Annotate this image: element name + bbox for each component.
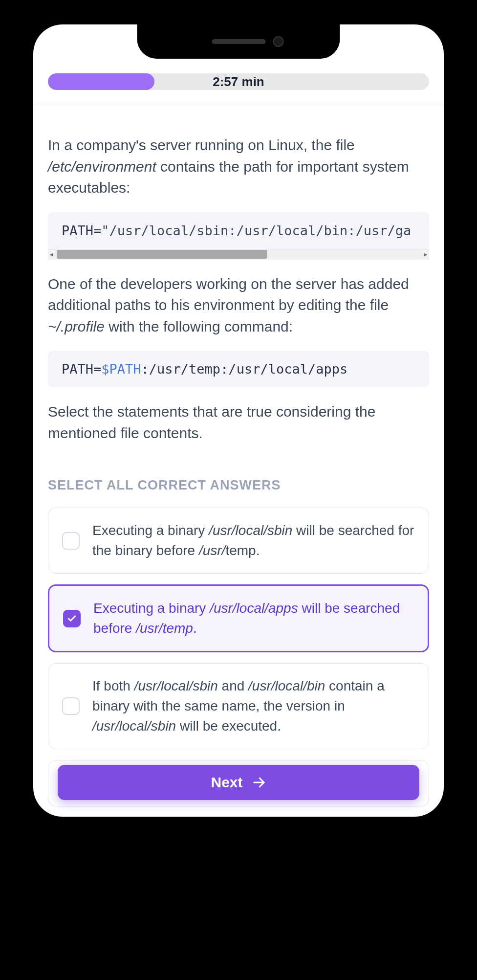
answers-instruction: Select all correct answers [48, 478, 429, 493]
code-text: PATH=$PATH:/usr/temp:/usr/local/apps [48, 351, 429, 387]
path-emphasis: /usr/local/sbin [134, 678, 218, 693]
text: One of the developers working on the ser… [48, 276, 409, 313]
scroll-right-icon[interactable]: ▸ [424, 251, 427, 258]
question-paragraph-2: One of the developers working on the ser… [48, 273, 429, 337]
code-token: :/usr/temp:/usr/local/apps [141, 361, 348, 377]
file-path: /etc/environment [48, 158, 156, 175]
question-body: In a company's server running on Linux, … [33, 105, 444, 817]
checkbox[interactable] [63, 610, 81, 627]
path-emphasis: /usr/local/bin [248, 678, 325, 693]
option-text: Executing a binary /usr/local/apps will … [93, 599, 414, 638]
code-string: "/usr/local/sbin:/usr/local/bin:/usr/ga [101, 223, 411, 238]
next-button-label: Next [211, 774, 242, 791]
path-emphasis: /usr/temp [136, 621, 193, 636]
progress-row: 2:57 min [33, 73, 444, 105]
horizontal-scrollbar[interactable]: ◂ ▸ [48, 249, 429, 260]
text: In a company's server running on Linux, … [48, 137, 355, 153]
code-token: PATH= [62, 361, 101, 377]
question-paragraph-1: In a company's server running on Linux, … [48, 134, 429, 199]
scroll-left-icon[interactable]: ◂ [50, 251, 53, 258]
phone-screen: 2:57 min In a company's server running o… [33, 24, 444, 817]
question-paragraph-3: Select the statements that are true cons… [48, 401, 429, 444]
file-path: ~/.profile [48, 318, 105, 334]
path-emphasis: /usr/local/sbin [209, 523, 292, 538]
path-emphasis: /usr/local/apps [210, 601, 298, 616]
path-emphasis: /usr/ [199, 543, 225, 558]
code-block-1: PATH="/usr/local/sbin:/usr/local/bin:/us… [48, 212, 429, 260]
option-text: If both /usr/local/sbin and /usr/local/b… [92, 676, 415, 736]
next-button[interactable]: Next [58, 765, 419, 800]
phone-notch [137, 24, 340, 59]
scrollbar-thumb[interactable] [57, 250, 267, 259]
path-emphasis: /usr/local/sbin [92, 718, 176, 734]
answer-option[interactable]: If both /usr/local/sbin and /usr/local/b… [48, 663, 429, 749]
front-camera [273, 36, 284, 47]
checkbox[interactable] [62, 532, 80, 550]
speaker-grill [212, 39, 265, 44]
option-text: Executing a binary /usr/local/sbin will … [92, 521, 415, 560]
answer-option[interactable]: Executing a binary /usr/local/apps will … [48, 584, 429, 652]
text: with the following command: [105, 318, 293, 334]
phone-frame: 2:57 min In a company's server running o… [19, 10, 458, 831]
check-icon [67, 614, 77, 624]
code-token: PATH= [62, 223, 101, 238]
code-text: PATH="/usr/local/sbin:/usr/local/bin:/us… [48, 212, 429, 249]
code-variable: $PATH [101, 361, 141, 377]
progress-fill [48, 73, 154, 90]
checkbox[interactable] [62, 697, 80, 715]
app-content: 2:57 min In a company's server running o… [33, 24, 444, 817]
answer-option[interactable]: Executing a binary /usr/local/sbin will … [48, 508, 429, 574]
code-block-2: PATH=$PATH:/usr/temp:/usr/local/apps [48, 351, 429, 387]
timer-label: 2:57 min [213, 74, 264, 89]
arrow-right-icon [252, 775, 266, 790]
